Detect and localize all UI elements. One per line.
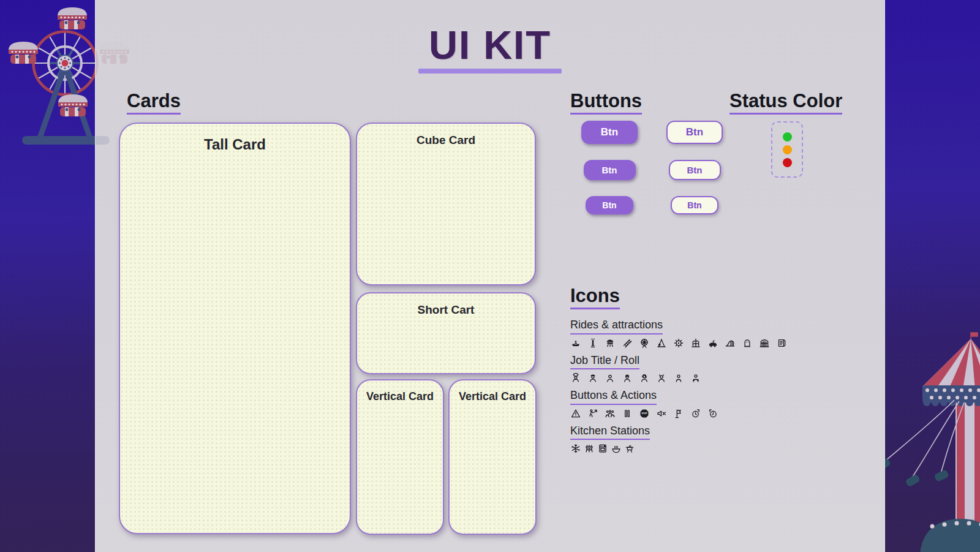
ship-wheel-icon bbox=[673, 338, 684, 349]
status-color-heading: Status Color bbox=[729, 91, 842, 115]
outline-button-large[interactable]: Btn bbox=[666, 121, 723, 144]
status-color-swatch-box bbox=[771, 121, 803, 178]
icon-group-label-rides: Rides & attractions bbox=[570, 319, 663, 335]
attendant-icon bbox=[605, 372, 616, 384]
outline-button-small[interactable]: Btn bbox=[671, 196, 718, 214]
tall-card: Tall Card bbox=[119, 123, 351, 534]
icons-gallery: Rides & attractions Job Title / Roll But… bbox=[570, 319, 815, 459]
merry-go-round-icon bbox=[690, 338, 701, 349]
vertical-card-2-title: Vertical Card bbox=[450, 390, 535, 403]
ticket-sign-icon bbox=[776, 338, 787, 349]
buttons-heading: Buttons bbox=[570, 91, 642, 115]
short-card-title: Short Cart bbox=[357, 303, 535, 317]
cube-card-title: Cube Card bbox=[357, 134, 535, 147]
roller-coaster-icon bbox=[725, 338, 736, 349]
page-title-block: UI KIT bbox=[96, 25, 884, 74]
icon-row-actions: STOP bbox=[570, 408, 815, 419]
oven-icon bbox=[597, 443, 608, 454]
ride-lever-icon bbox=[673, 408, 684, 419]
cube-card: Cube Card bbox=[356, 123, 536, 285]
warning-icon bbox=[570, 408, 581, 419]
mascot-icon bbox=[656, 372, 667, 384]
security-guard-icon bbox=[587, 372, 598, 384]
icons-section-header: Icons bbox=[570, 285, 620, 309]
status-section-header: Status Color bbox=[729, 91, 842, 115]
outline-buttons-column: Btn Btn Btn bbox=[666, 121, 723, 214]
short-card: Short Cart bbox=[356, 292, 536, 374]
status-dot-orange bbox=[783, 145, 792, 154]
pause-icon bbox=[622, 408, 633, 419]
fry-station-icon bbox=[624, 443, 635, 454]
filled-buttons-column: Btn Btn Btn bbox=[581, 121, 638, 214]
icon-row-rides bbox=[570, 338, 815, 349]
icon-group-label-jobs: Job Title / Roll bbox=[570, 354, 639, 370]
filled-button-large[interactable]: Btn bbox=[581, 121, 638, 144]
vertical-card-1-title: Vertical Card bbox=[357, 390, 443, 403]
svg-text:STOP: STOP bbox=[642, 412, 648, 415]
status-dot-green bbox=[783, 132, 792, 142]
vertical-card-2: Vertical Card bbox=[448, 379, 537, 535]
buttons-section-header: Buttons bbox=[570, 91, 642, 115]
cards-section-header: Cards bbox=[127, 91, 181, 115]
ghost-icon bbox=[742, 338, 753, 349]
tall-card-title: Tall Card bbox=[120, 136, 350, 153]
icon-row-kitchen bbox=[570, 443, 815, 454]
grill-icon bbox=[584, 443, 595, 454]
clock-forward-icon bbox=[690, 408, 701, 419]
mechanic-icon bbox=[622, 372, 633, 384]
icon-group-label-kitchen: Kitchen Stations bbox=[570, 425, 650, 440]
status-dot-red bbox=[783, 158, 792, 167]
ferris-wheel-icon bbox=[639, 338, 650, 349]
ui-kit-page: { "title": { "text": "UI KIT" }, "colors… bbox=[0, 0, 980, 552]
pendulum-ride-icon bbox=[656, 338, 667, 349]
freezer-icon bbox=[570, 443, 581, 454]
content-panel: UI KIT Cards Tall Card Cube Card Short C… bbox=[95, 0, 885, 552]
quiet-icon bbox=[656, 408, 667, 419]
steam-bowl-icon bbox=[611, 443, 622, 454]
stop-sign-icon: STOP bbox=[639, 408, 650, 419]
host-icon bbox=[690, 372, 701, 384]
operator-headset-icon bbox=[639, 372, 650, 384]
filled-button-medium[interactable]: Btn bbox=[584, 160, 636, 180]
water-ride-icon bbox=[570, 338, 581, 349]
guest-flow-icon bbox=[587, 408, 598, 419]
park-gate-icon bbox=[759, 338, 770, 349]
icon-row-jobs bbox=[570, 372, 815, 384]
cards-heading: Cards bbox=[127, 91, 181, 115]
crowd-icon bbox=[605, 408, 616, 419]
icon-group-label-actions: Buttons & Actions bbox=[570, 389, 657, 405]
vertical-card-1: Vertical Card bbox=[356, 379, 444, 535]
filled-button-small[interactable]: Btn bbox=[586, 196, 633, 214]
icons-heading: Icons bbox=[570, 285, 620, 309]
railway-track-icon bbox=[622, 338, 633, 349]
chef-icon bbox=[570, 372, 581, 384]
staff-icon bbox=[673, 372, 684, 384]
carousel-top-icon bbox=[605, 338, 616, 349]
bumper-car-icon bbox=[707, 338, 718, 349]
outline-button-medium[interactable]: Btn bbox=[669, 160, 721, 180]
clock-back-icon bbox=[707, 408, 718, 419]
observation-tower-icon bbox=[587, 338, 598, 349]
page-title: UI KIT bbox=[96, 25, 884, 66]
title-underline bbox=[418, 69, 562, 74]
